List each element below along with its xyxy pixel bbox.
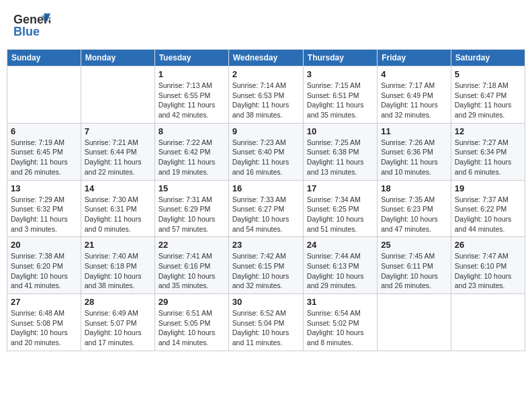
day-info: Sunrise: 7:26 AM Sunset: 6:36 PM Dayligh… (381, 138, 447, 177)
day-info: Sunrise: 7:34 AM Sunset: 6:25 PM Dayligh… (307, 195, 373, 234)
day-info: Sunrise: 7:14 AM Sunset: 6:53 PM Dayligh… (232, 81, 300, 120)
day-info: Sunrise: 7:23 AM Sunset: 6:40 PM Dayligh… (232, 138, 300, 177)
calendar-cell: 28Sunrise: 6:49 AM Sunset: 5:07 PM Dayli… (81, 294, 154, 351)
day-info: Sunrise: 7:47 AM Sunset: 6:10 PM Dayligh… (455, 251, 521, 291)
day-number: 3 (307, 69, 373, 79)
calendar-cell (81, 66, 154, 124)
calendar-header: SundayMondayTuesdayWednesdayThursdayFrid… (7, 50, 525, 66)
day-info: Sunrise: 7:21 AM Sunset: 6:44 PM Dayligh… (85, 138, 151, 177)
calendar-cell: 12Sunrise: 7:27 AM Sunset: 6:34 PM Dayli… (451, 123, 525, 180)
day-info: Sunrise: 7:41 AM Sunset: 6:16 PM Dayligh… (159, 251, 225, 291)
calendar-cell: 23Sunrise: 7:42 AM Sunset: 6:15 PM Dayli… (228, 237, 303, 294)
day-number: 15 (159, 183, 225, 193)
column-header-thursday: Thursday (303, 50, 377, 66)
day-info: Sunrise: 6:49 AM Sunset: 5:07 PM Dayligh… (85, 308, 151, 348)
day-info: Sunrise: 7:22 AM Sunset: 6:42 PM Dayligh… (159, 138, 225, 177)
calendar-cell: 9Sunrise: 7:23 AM Sunset: 6:40 PM Daylig… (228, 123, 303, 180)
day-info: Sunrise: 7:44 AM Sunset: 6:13 PM Dayligh… (307, 251, 373, 291)
day-info: Sunrise: 7:18 AM Sunset: 6:47 PM Dayligh… (455, 81, 521, 120)
calendar-cell: 2Sunrise: 7:14 AM Sunset: 6:53 PM Daylig… (228, 66, 303, 124)
day-number: 24 (307, 240, 373, 250)
calendar-cell: 7Sunrise: 7:21 AM Sunset: 6:44 PM Daylig… (81, 123, 154, 180)
calendar-cell (451, 294, 525, 351)
day-number: 23 (232, 240, 300, 250)
day-info: Sunrise: 7:19 AM Sunset: 6:45 PM Dayligh… (11, 138, 77, 177)
day-info: Sunrise: 7:31 AM Sunset: 6:29 PM Dayligh… (159, 195, 225, 234)
calendar-cell: 4Sunrise: 7:17 AM Sunset: 6:49 PM Daylig… (378, 66, 451, 124)
day-info: Sunrise: 6:48 AM Sunset: 5:08 PM Dayligh… (11, 308, 77, 348)
day-info: Sunrise: 6:54 AM Sunset: 5:02 PM Dayligh… (307, 308, 373, 348)
day-number: 19 (455, 183, 521, 193)
day-number: 31 (307, 297, 373, 307)
day-number: 2 (232, 69, 300, 79)
day-number: 28 (85, 297, 151, 307)
column-header-saturday: Saturday (451, 50, 525, 66)
logo-icon: General Blue (13, 10, 50, 40)
calendar-cell: 3Sunrise: 7:15 AM Sunset: 6:51 PM Daylig… (303, 66, 377, 124)
calendar-cell: 26Sunrise: 7:47 AM Sunset: 6:10 PM Dayli… (451, 237, 525, 294)
day-info: Sunrise: 7:15 AM Sunset: 6:51 PM Dayligh… (307, 81, 373, 120)
day-info: Sunrise: 7:27 AM Sunset: 6:34 PM Dayligh… (455, 138, 521, 177)
day-number: 11 (381, 126, 447, 136)
svg-text:Blue: Blue (13, 25, 40, 38)
column-header-friday: Friday (378, 50, 451, 66)
column-header-monday: Monday (81, 50, 154, 66)
calendar-cell: 13Sunrise: 7:29 AM Sunset: 6:32 PM Dayli… (7, 180, 81, 237)
day-number: 20 (11, 240, 77, 250)
calendar-table: SundayMondayTuesdayWednesdayThursdayFrid… (7, 49, 525, 351)
calendar-cell: 27Sunrise: 6:48 AM Sunset: 5:08 PM Dayli… (7, 294, 81, 351)
day-number: 30 (232, 297, 300, 307)
day-info: Sunrise: 7:33 AM Sunset: 6:27 PM Dayligh… (232, 195, 300, 234)
day-info: Sunrise: 7:37 AM Sunset: 6:22 PM Dayligh… (455, 195, 521, 234)
calendar-cell: 25Sunrise: 7:45 AM Sunset: 6:11 PM Dayli… (378, 237, 451, 294)
logo: General Blue (13, 10, 50, 40)
column-header-sunday: Sunday (7, 50, 81, 66)
day-number: 21 (85, 240, 151, 250)
day-info: Sunrise: 7:45 AM Sunset: 6:11 PM Dayligh… (381, 251, 447, 291)
day-number: 7 (85, 126, 151, 136)
day-number: 12 (455, 126, 521, 136)
day-info: Sunrise: 7:17 AM Sunset: 6:49 PM Dayligh… (381, 81, 447, 120)
day-number: 29 (159, 297, 225, 307)
calendar-cell: 15Sunrise: 7:31 AM Sunset: 6:29 PM Dayli… (154, 180, 228, 237)
day-number: 1 (159, 69, 225, 79)
calendar-cell: 18Sunrise: 7:35 AM Sunset: 6:23 PM Dayli… (378, 180, 451, 237)
calendar-cell: 10Sunrise: 7:25 AM Sunset: 6:38 PM Dayli… (303, 123, 377, 180)
calendar-cell: 6Sunrise: 7:19 AM Sunset: 6:45 PM Daylig… (7, 123, 81, 180)
day-number: 17 (307, 183, 373, 193)
column-header-wednesday: Wednesday (228, 50, 303, 66)
calendar-cell (7, 66, 81, 124)
day-number: 26 (455, 240, 521, 250)
day-info: Sunrise: 6:52 AM Sunset: 5:04 PM Dayligh… (232, 308, 300, 348)
day-number: 27 (11, 297, 77, 307)
calendar-cell: 20Sunrise: 7:38 AM Sunset: 6:20 PM Dayli… (7, 237, 81, 294)
calendar-week-3: 13Sunrise: 7:29 AM Sunset: 6:32 PM Dayli… (7, 180, 525, 237)
day-number: 13 (11, 183, 77, 193)
calendar-cell: 5Sunrise: 7:18 AM Sunset: 6:47 PM Daylig… (451, 66, 525, 124)
day-info: Sunrise: 7:42 AM Sunset: 6:15 PM Dayligh… (232, 251, 300, 291)
day-number: 16 (232, 183, 300, 193)
calendar-cell: 11Sunrise: 7:26 AM Sunset: 6:36 PM Dayli… (378, 123, 451, 180)
day-info: Sunrise: 7:29 AM Sunset: 6:32 PM Dayligh… (11, 195, 77, 234)
day-number: 25 (381, 240, 447, 250)
day-number: 22 (159, 240, 225, 250)
day-info: Sunrise: 7:38 AM Sunset: 6:20 PM Dayligh… (11, 251, 77, 291)
calendar-cell: 31Sunrise: 6:54 AM Sunset: 5:02 PM Dayli… (303, 294, 377, 351)
calendar-cell (378, 294, 451, 351)
day-number: 10 (307, 126, 373, 136)
calendar-cell: 19Sunrise: 7:37 AM Sunset: 6:22 PM Dayli… (451, 180, 525, 237)
calendar-cell: 8Sunrise: 7:22 AM Sunset: 6:42 PM Daylig… (154, 123, 228, 180)
day-info: Sunrise: 6:51 AM Sunset: 5:05 PM Dayligh… (159, 308, 225, 348)
calendar-week-5: 27Sunrise: 6:48 AM Sunset: 5:08 PM Dayli… (7, 294, 525, 351)
calendar-cell: 24Sunrise: 7:44 AM Sunset: 6:13 PM Dayli… (303, 237, 377, 294)
day-number: 9 (232, 126, 300, 136)
day-info: Sunrise: 7:13 AM Sunset: 6:55 PM Dayligh… (159, 81, 225, 120)
calendar-cell: 21Sunrise: 7:40 AM Sunset: 6:18 PM Dayli… (81, 237, 154, 294)
calendar-cell: 1Sunrise: 7:13 AM Sunset: 6:55 PM Daylig… (154, 66, 228, 124)
calendar-week-1: 1Sunrise: 7:13 AM Sunset: 6:55 PM Daylig… (7, 66, 525, 124)
calendar-cell: 17Sunrise: 7:34 AM Sunset: 6:25 PM Dayli… (303, 180, 377, 237)
day-number: 6 (11, 126, 77, 136)
calendar-cell: 14Sunrise: 7:30 AM Sunset: 6:31 PM Dayli… (81, 180, 154, 237)
calendar-cell: 22Sunrise: 7:41 AM Sunset: 6:16 PM Dayli… (154, 237, 228, 294)
calendar-cell: 16Sunrise: 7:33 AM Sunset: 6:27 PM Dayli… (228, 180, 303, 237)
